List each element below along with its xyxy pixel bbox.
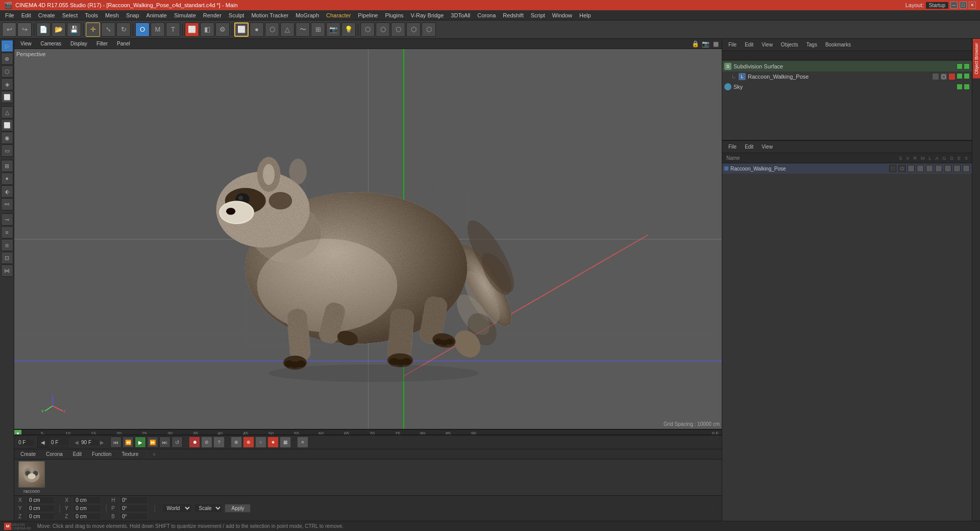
timeline-ruler[interactable]: ▼ 0 5 10 15 20 25 30 35 40 45 50 55 60 6…: [14, 429, 722, 435]
timeline-list[interactable]: ≡: [297, 437, 308, 448]
current-frame-input[interactable]: [16, 439, 34, 446]
save-button[interactable]: 💾: [67, 22, 81, 37]
y2-position-input[interactable]: [73, 504, 101, 512]
menu-mesh[interactable]: Mesh: [102, 11, 122, 19]
obj-mgr-bookmarks[interactable]: Bookmarks: [823, 41, 853, 49]
menu-redshift[interactable]: Redshift: [500, 11, 526, 19]
obj-mgr-edit[interactable]: Edit: [743, 41, 755, 49]
frame-step-prev-input[interactable]: ◀: [37, 437, 48, 448]
render-settings[interactable]: ⚙: [215, 22, 230, 37]
key-circle[interactable]: ○: [255, 437, 266, 448]
attr-icon-4[interactable]: [917, 165, 924, 172]
mat-tab-edit[interactable]: Edit: [69, 450, 86, 458]
menu-tools[interactable]: Tools: [82, 11, 101, 19]
symmetry-tool[interactable]: ⬡: [406, 22, 421, 37]
obj-mgr-file[interactable]: File: [726, 41, 739, 49]
motion-clip[interactable]: ?: [213, 437, 225, 448]
viewport-lock-icon[interactable]: 🔒: [691, 40, 699, 48]
menu-3dtoall[interactable]: 3DToAll: [448, 11, 473, 19]
left-mode-9[interactable]: ▭: [1, 144, 13, 157]
viewport-tab-panel[interactable]: Panel: [113, 40, 134, 47]
key-star[interactable]: ★: [267, 437, 279, 448]
x2-position-input[interactable]: [73, 496, 101, 504]
menu-vray-bridge[interactable]: V-Ray Bridge: [408, 11, 447, 19]
key-grid[interactable]: ▦: [280, 437, 291, 448]
coord-scale-select[interactable]: Scale Size: [194, 503, 223, 513]
menu-mograph[interactable]: MoGraph: [292, 11, 322, 19]
minimize-button[interactable]: ─: [950, 2, 958, 9]
menu-file[interactable]: File: [2, 11, 17, 19]
menu-character[interactable]: Character: [323, 11, 354, 19]
attr-icon-3[interactable]: [908, 165, 915, 172]
attr-icon-5[interactable]: [926, 165, 933, 172]
go-start-button[interactable]: ⏮: [110, 437, 121, 448]
record-options[interactable]: ⊘: [201, 437, 212, 448]
menu-help[interactable]: Help: [576, 11, 594, 19]
menu-corona[interactable]: Corona: [474, 11, 499, 19]
model-mode[interactable]: M: [151, 22, 165, 37]
menu-sculpt[interactable]: Sculpt: [226, 11, 248, 19]
y-position-input[interactable]: [27, 504, 55, 512]
left-mode-4[interactable]: ◈: [1, 78, 13, 90]
menu-simulate[interactable]: Simulate: [171, 11, 199, 19]
open-button[interactable]: 📂: [52, 22, 66, 37]
move-tool[interactable]: ✛: [86, 22, 100, 37]
menu-create[interactable]: Create: [35, 11, 58, 19]
cube-tool[interactable]: ⬜: [234, 22, 249, 37]
redo-button[interactable]: ↪: [17, 22, 32, 37]
obj-item-raccoon[interactable]: L Raccoon_Walking_Pose ⬡: [722, 71, 972, 82]
scale-tool[interactable]: ⤡: [101, 22, 115, 37]
raccoon-tag-3[interactable]: [948, 73, 955, 80]
menu-script[interactable]: Script: [528, 11, 548, 19]
menu-snap[interactable]: Snap: [123, 11, 142, 19]
left-tool-6[interactable]: ≡: [1, 226, 13, 238]
menu-motion-tracker[interactable]: Motion Tracker: [248, 11, 291, 19]
grid-tool[interactable]: ⬡: [391, 22, 405, 37]
timeline-track[interactable]: [14, 435, 722, 435]
mat-tab-function[interactable]: Function: [88, 450, 115, 458]
attr-icon-8[interactable]: [953, 165, 961, 172]
close-button[interactable]: ✕: [969, 2, 976, 9]
left-tool-2[interactable]: ✦: [1, 173, 13, 185]
viewport-camera-icon[interactable]: 📷: [701, 40, 709, 48]
attr-icon-7[interactable]: [944, 165, 951, 172]
attr-view[interactable]: View: [760, 143, 775, 151]
frame-input[interactable]: [49, 439, 69, 446]
array-tool[interactable]: ⬡: [376, 22, 390, 37]
sky-check-2[interactable]: [964, 84, 970, 90]
apply-button[interactable]: Apply: [225, 504, 251, 513]
left-mode-6[interactable]: △: [1, 106, 13, 118]
attr-icon-2[interactable]: ⬡: [898, 165, 905, 172]
p-rotation-input[interactable]: [119, 504, 148, 512]
menu-window[interactable]: Window: [549, 11, 575, 19]
viewport-tab-cameras[interactable]: Cameras: [37, 40, 66, 47]
loop-button[interactable]: ↺: [172, 437, 183, 448]
raccoon-check-2[interactable]: [964, 73, 970, 79]
viewport-tab-view[interactable]: View: [16, 40, 36, 47]
rotate-tool[interactable]: ↻: [116, 22, 131, 37]
left-tool-3[interactable]: ⬖: [1, 185, 13, 198]
instance-tool[interactable]: ⬡: [360, 22, 375, 37]
sweep-tool[interactable]: ⬡: [422, 22, 436, 37]
mat-tab-texture[interactable]: Texture: [117, 450, 142, 458]
render-active[interactable]: ⬜: [185, 22, 199, 37]
viewport-layout-icon[interactable]: ▦: [712, 40, 720, 48]
texture-mode[interactable]: T: [166, 22, 180, 37]
left-mode-8[interactable]: ◉: [1, 132, 13, 144]
attr-edit[interactable]: Edit: [743, 143, 755, 151]
object-browser-tab[interactable]: Object Browser: [973, 39, 980, 79]
left-tool-1[interactable]: ⊞: [1, 160, 13, 172]
extrude-tool[interactable]: ⊞: [311, 22, 325, 37]
raccoon-tag-2[interactable]: ⬡: [940, 73, 947, 80]
subdivision-check-2[interactable]: [964, 63, 970, 69]
mat-tab-create[interactable]: Create: [16, 450, 40, 458]
sphere-tool[interactable]: ●: [250, 22, 264, 37]
sky-check-1[interactable]: [957, 84, 963, 90]
left-mode-1[interactable]: ▷: [1, 40, 13, 52]
viewport-tab-display[interactable]: Display: [66, 40, 91, 47]
x-position-input[interactable]: [27, 496, 55, 504]
menu-render[interactable]: Render: [200, 11, 225, 19]
light-tool[interactable]: 💡: [341, 22, 356, 37]
menu-animate[interactable]: Animate: [143, 11, 170, 19]
raccoon-tag-1[interactable]: [932, 73, 939, 80]
